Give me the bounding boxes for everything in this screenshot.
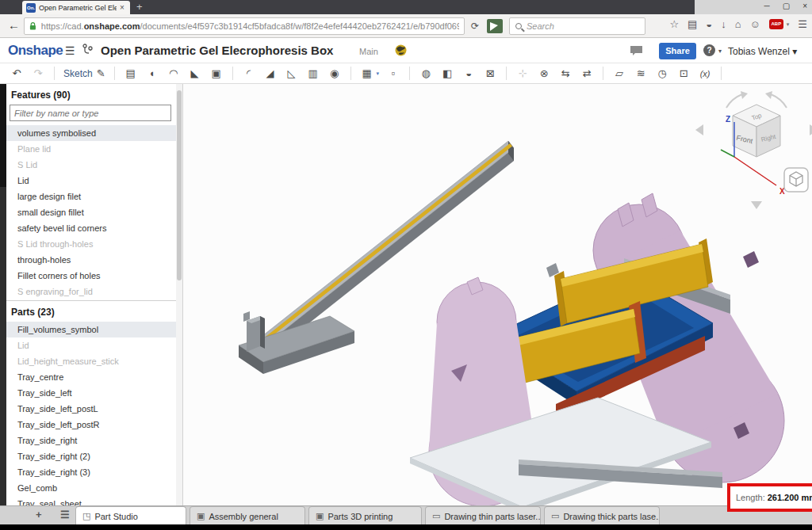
add-tab-button[interactable]: +: [36, 509, 42, 520]
versions-branch-icon[interactable]: [82, 44, 93, 56]
extrude-icon[interactable]: ▤: [124, 65, 138, 82]
part-row[interactable]: Tray_side_left: [6, 385, 176, 401]
feature-row[interactable]: volumes symbolised: [6, 125, 176, 141]
transform-icon[interactable]: ⊹: [515, 65, 530, 82]
isometric-view-button[interactable]: [784, 168, 808, 192]
part-row[interactable]: Gel_comb: [6, 480, 176, 496]
help-button[interactable]: ?: [703, 44, 715, 56]
pocket-icon[interactable]: ◒: [706, 18, 712, 30]
part-row[interactable]: Lid: [6, 337, 176, 353]
plane-icon[interactable]: ▱: [612, 65, 626, 82]
panel-scrollbar[interactable]: [176, 84, 182, 505]
help-caret-icon[interactable]: ▾: [718, 48, 722, 55]
window-close-button[interactable]: ×: [802, 0, 807, 13]
redo-icon[interactable]: ↷: [31, 65, 45, 82]
screenshot-extension-icon[interactable]: [487, 19, 503, 33]
modify-fillet-icon[interactable]: ◒: [462, 65, 476, 82]
revolve-icon[interactable]: ◖: [145, 65, 159, 82]
part-row[interactable]: Tray_side_right (2): [6, 448, 176, 464]
comment-bubble-icon[interactable]: [630, 45, 643, 56]
workspace-label[interactable]: Main: [359, 47, 378, 56]
tab-drawing-thin-parts[interactable]: ▭ Drawing thin parts laser...: [425, 506, 541, 525]
new-tab-button[interactable]: +: [136, 0, 143, 13]
part-row[interactable]: Lid_height_measure_stick: [6, 353, 176, 369]
reading-list-icon[interactable]: ▤: [688, 18, 697, 30]
variables-icon[interactable]: (x): [698, 65, 712, 82]
feature-row[interactable]: Plane lid: [6, 141, 176, 157]
part-row[interactable]: Tray_side_right (3): [6, 464, 176, 480]
share-button[interactable]: Share: [659, 43, 696, 59]
linear-pattern-icon[interactable]: ▦: [360, 65, 374, 82]
feature-row[interactable]: Lid: [6, 173, 176, 189]
window-minimize-button[interactable]: ─: [764, 0, 770, 13]
shell-icon[interactable]: ▥: [306, 65, 320, 82]
delete-part-icon[interactable]: ⊠: [483, 65, 497, 82]
part-row[interactable]: Tray_seal_sheet: [6, 496, 176, 505]
undo-icon[interactable]: ↶: [10, 65, 24, 82]
rotate-arrow-icon[interactable]: [765, 91, 772, 99]
part-row[interactable]: Tray_side_left_postR: [6, 417, 176, 433]
3d-scene[interactable]: Top Front Right Z X: [183, 84, 812, 505]
feature-row[interactable]: through-holes: [6, 252, 176, 268]
export-icon[interactable]: ⊡: [676, 65, 691, 82]
rotate-down-icon[interactable]: [751, 201, 762, 209]
rotate-arrow-icon[interactable]: [741, 91, 748, 99]
helix-icon[interactable]: ≋: [634, 65, 648, 82]
loft-icon[interactable]: ◣: [188, 65, 202, 82]
part-row[interactable]: Fill_volumes_symbol: [6, 322, 176, 337]
search-input[interactable]: Search: [509, 17, 645, 35]
toolbar-divider: [232, 67, 233, 80]
feature-row[interactable]: Fillet corners of holes: [6, 268, 176, 284]
feature-row[interactable]: safety bevel lid corners: [6, 220, 176, 236]
back-button[interactable]: ←: [8, 18, 20, 32]
part-row[interactable]: Tray_side_right: [6, 433, 176, 448]
move-face-icon[interactable]: ⇆: [558, 65, 573, 82]
tab-part-studio[interactable]: ◳ Part Studio: [75, 506, 186, 525]
tab-list-button[interactable]: ☰: [60, 509, 70, 520]
sweep-icon[interactable]: ◠: [167, 65, 181, 82]
history-icon[interactable]: ◷: [655, 65, 669, 82]
hole-icon[interactable]: ◉: [327, 65, 342, 82]
feedback-smiley-icon[interactable]: ☺: [750, 18, 760, 30]
tab-close-icon[interactable]: ×: [120, 3, 124, 12]
pattern-caret-icon[interactable]: ▾: [377, 71, 380, 77]
feature-row[interactable]: S engraving_for_lid: [6, 284, 176, 299]
feature-filter-input[interactable]: [10, 105, 171, 121]
draft-icon[interactable]: ◺: [285, 65, 299, 82]
adblock-caret-icon[interactable]: ▾: [787, 21, 790, 28]
document-menu-icon[interactable]: ☰: [65, 44, 75, 57]
part-row[interactable]: Tray_side_left_postL: [6, 401, 176, 417]
user-menu[interactable]: Tobias Wenzel ▾: [728, 46, 797, 57]
rotate-left-icon[interactable]: [695, 124, 703, 135]
panel-scrollbar-thumb[interactable]: [177, 90, 182, 280]
sketch-button[interactable]: Sketch ✎: [63, 67, 105, 79]
feature-row[interactable]: S Lid through-holes: [6, 236, 176, 252]
browser-tab[interactable]: On. Open Parametric Gel Elecr... ×: [22, 1, 130, 14]
split-icon[interactable]: ◧: [440, 65, 454, 82]
menu-icon[interactable]: ☰: [798, 18, 807, 30]
measurement-readout: Length: 261.200 mm: [727, 483, 812, 512]
adblock-icon[interactable]: ABP: [769, 19, 783, 29]
tab-parts-3d-printing[interactable]: ▣ Parts 3D printing: [308, 506, 422, 525]
replace-face-icon[interactable]: ⇄: [580, 65, 594, 82]
downloads-icon[interactable]: ↓: [721, 18, 726, 30]
fillet-icon[interactable]: ◜: [242, 65, 256, 82]
feature-row[interactable]: large design filet: [6, 189, 176, 204]
bookmark-star-icon[interactable]: ☆: [669, 18, 679, 30]
onshape-logo[interactable]: Onshape: [8, 43, 63, 59]
tab-assembly-general[interactable]: ▣ Assembly general: [190, 506, 305, 525]
url-bar[interactable]: https://cad.onshape.com/documents/e4f597…: [24, 17, 465, 35]
tab-drawing-thick-parts[interactable]: ▭ Drawing thick parts lase...: [544, 506, 660, 525]
feature-row[interactable]: S Lid: [6, 157, 176, 173]
home-icon[interactable]: ⌂: [735, 18, 741, 30]
part-row[interactable]: Tray_centre: [6, 369, 176, 385]
thicken-icon[interactable]: ▣: [209, 65, 224, 82]
window-restore-button[interactable]: ▢: [783, 0, 790, 13]
feature-row[interactable]: small design fillet: [6, 204, 176, 220]
mirror-icon[interactable]: ▫: [386, 65, 400, 82]
3d-viewport[interactable]: Top Front Right Z X Length: 261.200 mm: [182, 84, 812, 505]
reload-icon[interactable]: ⟳: [471, 21, 479, 32]
delete-face-icon[interactable]: ⊗: [537, 65, 551, 82]
chamfer-icon[interactable]: ◢: [263, 65, 278, 82]
boolean-icon[interactable]: ◍: [419, 65, 433, 82]
